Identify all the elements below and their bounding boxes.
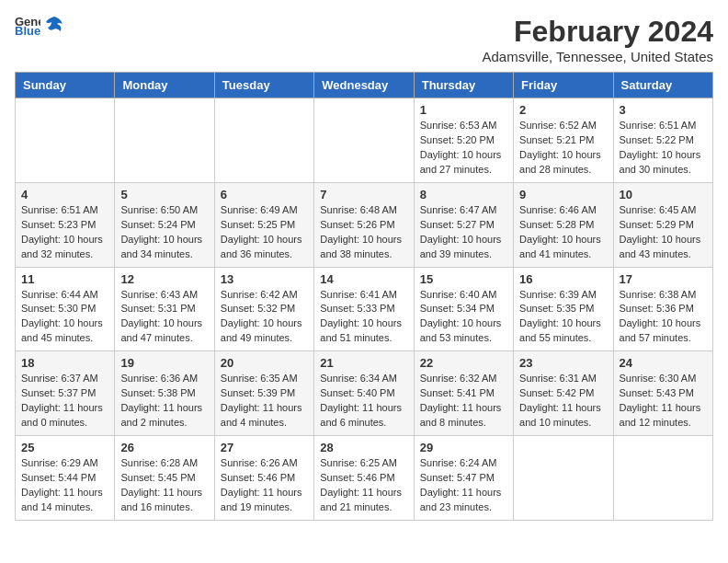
- day-info: Sunrise: 6:53 AM Sunset: 5:20 PM Dayligh…: [420, 119, 507, 178]
- calendar-week-row: 11Sunrise: 6:44 AM Sunset: 5:30 PM Dayli…: [16, 267, 713, 351]
- logo-icon: General Blue: [15, 15, 40, 35]
- calendar-day-cell: 23Sunrise: 6:31 AM Sunset: 5:42 PM Dayli…: [514, 351, 613, 436]
- day-number: 1: [420, 103, 507, 117]
- day-number: 18: [21, 356, 108, 370]
- column-header-tuesday: Tuesday: [214, 73, 313, 98]
- day-number: 7: [320, 188, 407, 201]
- day-info: Sunrise: 6:45 AM Sunset: 5:29 PM Dayligh…: [620, 203, 707, 262]
- calendar-day-cell: 3Sunrise: 6:51 AM Sunset: 5:22 PM Daylig…: [613, 98, 712, 183]
- day-number: 22: [420, 356, 507, 370]
- day-info: Sunrise: 6:25 AM Sunset: 5:46 PM Dayligh…: [320, 456, 407, 515]
- day-number: 25: [21, 441, 108, 454]
- calendar-day-cell: 1Sunrise: 6:53 AM Sunset: 5:20 PM Daylig…: [414, 98, 513, 183]
- column-header-monday: Monday: [115, 73, 214, 98]
- empty-cell: [314, 98, 414, 183]
- column-header-wednesday: Wednesday: [314, 73, 414, 98]
- calendar-day-cell: 10Sunrise: 6:45 AM Sunset: 5:29 PM Dayli…: [613, 182, 712, 267]
- calendar-day-cell: 13Sunrise: 6:42 AM Sunset: 5:32 PM Dayli…: [214, 267, 313, 351]
- calendar-table: SundayMondayTuesdayWednesdayThursdayFrid…: [15, 72, 713, 521]
- calendar-day-cell: 19Sunrise: 6:36 AM Sunset: 5:38 PM Dayli…: [115, 351, 214, 436]
- title-section: February 2024 Adamsville, Tennessee, Uni…: [482, 15, 713, 64]
- page-header: General Blue February 2024 Adamsville, T…: [15, 15, 713, 64]
- calendar-day-cell: 6Sunrise: 6:49 AM Sunset: 5:25 PM Daylig…: [214, 182, 313, 267]
- day-info: Sunrise: 6:47 AM Sunset: 5:27 PM Dayligh…: [420, 203, 507, 262]
- day-info: Sunrise: 6:42 AM Sunset: 5:32 PM Dayligh…: [221, 288, 308, 347]
- day-info: Sunrise: 6:51 AM Sunset: 5:22 PM Dayligh…: [620, 119, 707, 178]
- calendar-day-cell: 20Sunrise: 6:35 AM Sunset: 5:39 PM Dayli…: [214, 351, 313, 436]
- calendar-week-row: 1Sunrise: 6:53 AM Sunset: 5:20 PM Daylig…: [16, 98, 713, 183]
- day-number: 17: [620, 272, 707, 286]
- column-header-sunday: Sunday: [16, 73, 115, 98]
- day-number: 21: [320, 356, 407, 370]
- calendar-day-cell: 29Sunrise: 6:24 AM Sunset: 5:47 PM Dayli…: [414, 436, 513, 521]
- day-number: 16: [519, 272, 607, 286]
- day-info: Sunrise: 6:48 AM Sunset: 5:26 PM Dayligh…: [320, 203, 407, 262]
- day-info: Sunrise: 6:37 AM Sunset: 5:37 PM Dayligh…: [21, 372, 108, 431]
- day-number: 19: [120, 356, 208, 370]
- calendar-day-cell: 2Sunrise: 6:52 AM Sunset: 5:21 PM Daylig…: [514, 98, 613, 183]
- calendar-day-cell: 17Sunrise: 6:38 AM Sunset: 5:36 PM Dayli…: [613, 267, 712, 351]
- day-number: 10: [620, 188, 707, 201]
- svg-text:Blue: Blue: [15, 24, 40, 35]
- logo: General Blue: [15, 15, 64, 35]
- day-number: 14: [320, 272, 407, 286]
- calendar-day-cell: 4Sunrise: 6:51 AM Sunset: 5:23 PM Daylig…: [16, 182, 115, 267]
- day-number: 28: [320, 441, 407, 454]
- day-info: Sunrise: 6:39 AM Sunset: 5:35 PM Dayligh…: [519, 288, 607, 347]
- day-info: Sunrise: 6:31 AM Sunset: 5:42 PM Dayligh…: [519, 372, 607, 431]
- day-info: Sunrise: 6:40 AM Sunset: 5:34 PM Dayligh…: [420, 288, 507, 347]
- calendar-week-row: 4Sunrise: 6:51 AM Sunset: 5:23 PM Daylig…: [16, 182, 713, 267]
- day-info: Sunrise: 6:29 AM Sunset: 5:44 PM Dayligh…: [21, 456, 108, 515]
- day-info: Sunrise: 6:24 AM Sunset: 5:47 PM Dayligh…: [420, 456, 507, 515]
- day-number: 2: [519, 103, 607, 117]
- day-number: 11: [21, 272, 108, 286]
- day-number: 8: [420, 188, 507, 201]
- calendar-week-row: 18Sunrise: 6:37 AM Sunset: 5:37 PM Dayli…: [16, 351, 713, 436]
- day-number: 20: [221, 356, 308, 370]
- calendar-day-cell: 12Sunrise: 6:43 AM Sunset: 5:31 PM Dayli…: [115, 267, 214, 351]
- calendar-day-cell: 16Sunrise: 6:39 AM Sunset: 5:35 PM Dayli…: [514, 267, 613, 351]
- empty-cell: [115, 98, 214, 183]
- day-info: Sunrise: 6:26 AM Sunset: 5:46 PM Dayligh…: [221, 456, 308, 515]
- calendar-day-cell: 9Sunrise: 6:46 AM Sunset: 5:28 PM Daylig…: [514, 182, 613, 267]
- empty-cell: [214, 98, 313, 183]
- day-info: Sunrise: 6:36 AM Sunset: 5:38 PM Dayligh…: [120, 372, 208, 431]
- day-number: 5: [120, 188, 208, 201]
- calendar-day-cell: 21Sunrise: 6:34 AM Sunset: 5:40 PM Dayli…: [314, 351, 414, 436]
- day-info: Sunrise: 6:46 AM Sunset: 5:28 PM Dayligh…: [519, 203, 607, 262]
- day-number: 27: [221, 441, 308, 454]
- calendar-week-row: 25Sunrise: 6:29 AM Sunset: 5:44 PM Dayli…: [16, 436, 713, 521]
- calendar-day-cell: 22Sunrise: 6:32 AM Sunset: 5:41 PM Dayli…: [414, 351, 513, 436]
- calendar-day-cell: 18Sunrise: 6:37 AM Sunset: 5:37 PM Dayli…: [16, 351, 115, 436]
- calendar-header-row: SundayMondayTuesdayWednesdayThursdayFrid…: [16, 73, 713, 98]
- calendar-day-cell: 5Sunrise: 6:50 AM Sunset: 5:24 PM Daylig…: [115, 182, 214, 267]
- day-info: Sunrise: 6:41 AM Sunset: 5:33 PM Dayligh…: [320, 288, 407, 347]
- day-info: Sunrise: 6:38 AM Sunset: 5:36 PM Dayligh…: [620, 288, 707, 347]
- empty-cell: [613, 436, 712, 521]
- logo-bird-icon: [44, 15, 64, 35]
- day-number: 26: [120, 441, 208, 454]
- column-header-friday: Friday: [514, 73, 613, 98]
- day-number: 15: [420, 272, 507, 286]
- calendar-day-cell: 15Sunrise: 6:40 AM Sunset: 5:34 PM Dayli…: [414, 267, 513, 351]
- day-number: 12: [120, 272, 208, 286]
- calendar-day-cell: 14Sunrise: 6:41 AM Sunset: 5:33 PM Dayli…: [314, 267, 414, 351]
- day-number: 13: [221, 272, 308, 286]
- calendar-day-cell: 27Sunrise: 6:26 AM Sunset: 5:46 PM Dayli…: [214, 436, 313, 521]
- day-info: Sunrise: 6:49 AM Sunset: 5:25 PM Dayligh…: [221, 203, 308, 262]
- day-info: Sunrise: 6:34 AM Sunset: 5:40 PM Dayligh…: [320, 372, 407, 431]
- day-info: Sunrise: 6:51 AM Sunset: 5:23 PM Dayligh…: [21, 203, 108, 262]
- day-info: Sunrise: 6:43 AM Sunset: 5:31 PM Dayligh…: [120, 288, 208, 347]
- day-number: 6: [221, 188, 308, 201]
- day-number: 3: [620, 103, 707, 117]
- day-info: Sunrise: 6:30 AM Sunset: 5:43 PM Dayligh…: [620, 372, 707, 431]
- day-info: Sunrise: 6:52 AM Sunset: 5:21 PM Dayligh…: [519, 119, 607, 178]
- calendar-body: 1Sunrise: 6:53 AM Sunset: 5:20 PM Daylig…: [16, 98, 713, 521]
- calendar-day-cell: 11Sunrise: 6:44 AM Sunset: 5:30 PM Dayli…: [16, 267, 115, 351]
- empty-cell: [16, 98, 115, 183]
- calendar-day-cell: 7Sunrise: 6:48 AM Sunset: 5:26 PM Daylig…: [314, 182, 414, 267]
- day-number: 29: [420, 441, 507, 454]
- column-header-thursday: Thursday: [414, 73, 513, 98]
- day-number: 23: [519, 356, 607, 370]
- page-subtitle: Adamsville, Tennessee, United States: [482, 49, 713, 64]
